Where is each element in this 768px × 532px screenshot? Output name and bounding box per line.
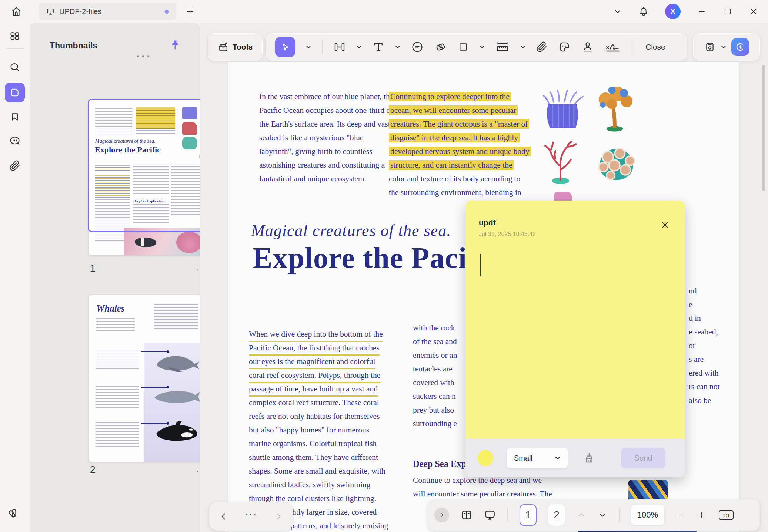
pin-icon[interactable] [170,39,181,53]
note-send-button[interactable]: Send [621,448,665,468]
note-size-select[interactable]: Small [507,448,568,468]
paragraph-octopus: with the rock of the sea and enemies or … [413,321,457,431]
note-footer: Small Send [465,439,685,477]
document-tab[interactable]: UPDF-2-files [39,3,176,20]
titlebar: UPDF-2-files X [0,0,768,23]
actual-size-button[interactable]: 1:1 [718,509,734,521]
close-annotation-button[interactable]: Close [643,41,668,53]
bell-icon[interactable] [638,6,649,17]
sidebar-item-comments[interactable] [5,131,25,151]
mini-anemone [182,107,197,119]
sidebar-item-attachments[interactable] [5,156,25,176]
note-timestamp: Jul 31, 2025 10:45:42 [479,231,536,238]
shape-dropdown[interactable] [480,44,485,50]
sidebar-item-bookmarks[interactable] [5,107,25,127]
reading-mode-icon[interactable] [461,509,473,521]
apps-grid-icon [9,30,21,42]
save-device-icon[interactable] [704,41,716,53]
text-tool-icon[interactable] [373,41,384,53]
doc-text-line: prey but also [413,403,457,417]
select-tool-dropdown[interactable] [306,44,311,50]
page-thumbnail-2[interactable]: Whales [89,295,210,462]
doc-text-line: the surrounding environment, blending in [389,186,531,199]
zoom-out-icon[interactable] [676,510,685,520]
highlight-dropdown[interactable] [357,44,362,50]
zoom-level-box[interactable]: 100% [631,505,664,525]
user-avatar[interactable]: X [665,4,681,19]
measure-dropdown[interactable] [520,44,525,50]
measure-tool-icon[interactable] [495,40,510,54]
note-close-button[interactable] [660,220,670,230]
paragraph-highlighted: Continuing to explore deeper into the oc… [389,90,531,199]
highlighted-text: structure, and can instantly change the [389,160,514,170]
next-page-icon[interactable] [598,510,607,520]
doc-text-line: color and texture of its body according … [389,172,531,186]
sidebar-item-apps[interactable] [5,26,25,46]
text-tool-dropdown[interactable] [395,44,400,50]
note-comment-tool-icon[interactable] [411,41,424,53]
toolbar-divider [507,508,508,522]
save-dropdown[interactable] [721,44,726,50]
mini-fish-stripe [141,238,144,246]
back-icon[interactable] [219,512,228,521]
mini-text-block [171,164,204,215]
eraser-tool-icon[interactable] [434,41,447,53]
nav-more-button[interactable]: ··· [245,509,258,524]
panel-title: Thumbnails [50,41,97,51]
attach-file-tool-icon[interactable] [536,41,547,53]
page-button-2[interactable]: 2 [548,504,565,526]
tools-button[interactable]: Tools [208,33,263,61]
doc-text-line: seabed is like a mysterious "blue [259,131,393,145]
highlight-tool-icon[interactable] [333,41,346,53]
chevron-down-icon [306,44,311,50]
doc-text-line: e [689,298,720,312]
panel-drag-handle[interactable] [137,55,149,57]
connector-line [141,423,168,424]
home-button[interactable] [9,4,24,19]
chevron-down-icon[interactable] [613,7,622,16]
page-thumbnail-1[interactable]: Magical creatures of the sea. Explore th… [89,100,210,255]
forward-icon[interactable] [274,512,283,521]
previous-page-icon[interactable] [577,510,586,520]
sidebar-item-theme[interactable] [5,502,25,522]
doc-text-line: also be [689,394,720,407]
vertical-scrollbar[interactable] [762,65,765,191]
note-text-input[interactable] [477,249,673,426]
sticker-tool-icon[interactable] [558,41,571,53]
highlighted-text: creatures. The giant octopus is a "maste… [389,119,529,129]
sidebar-item-thumbnails[interactable] [5,83,25,102]
new-tab-button[interactable] [184,6,196,17]
mini-text-block [133,164,169,196]
zoom-in-icon[interactable] [697,510,707,520]
purple-anemone-image [540,87,586,132]
chevron-down-icon [395,44,400,50]
ai-assistant-button[interactable] [731,38,749,56]
minimize-icon[interactable] [697,7,707,16]
shape-tool-icon[interactable] [458,41,469,53]
orange-coral-image [592,84,638,132]
chevron-down-icon [520,44,525,50]
maximize-icon[interactable] [723,7,732,16]
doc-text-line: streamlined bodies, swiftly swimming [249,478,388,492]
note-color-swatch[interactable] [478,450,493,466]
select-tool-button[interactable] [275,37,295,57]
left-rail [0,23,30,532]
page-button-1[interactable]: 1 [520,504,537,526]
plus-icon [185,7,195,17]
search-icon [9,61,21,73]
home-icon [11,6,22,17]
mini-whales-title: Whales [96,303,124,314]
history-nav-pill: ··· [209,502,293,531]
highlighted-text: ocean, we will encounter some peculiar [389,105,518,115]
signature-tool-icon[interactable] [605,40,621,54]
presentation-mode-icon[interactable] [484,509,496,521]
expand-toolbar-button[interactable] [434,508,449,522]
orca-whale-image [151,419,203,443]
stamp-tool-icon[interactable] [581,41,594,53]
paragraph-coral-reef: When we dive deep into the bottom of the… [249,327,388,532]
doc-text-line: rs can not [689,380,720,394]
sidebar-item-search[interactable] [5,57,25,77]
close-window-icon[interactable] [749,7,758,16]
note-clear-button[interactable] [581,450,597,466]
page-thumbnails-icon [9,87,20,98]
